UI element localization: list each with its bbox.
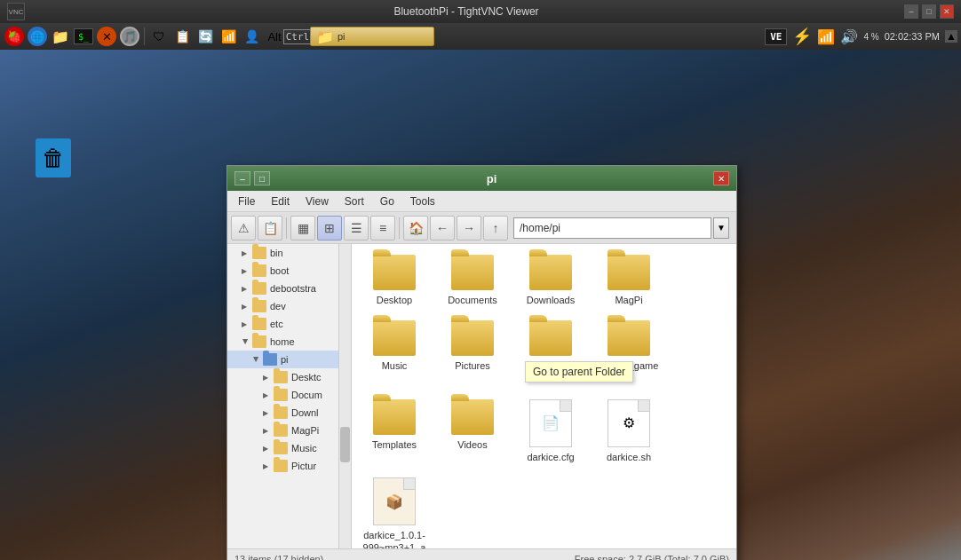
raspberry-icon[interactable]: 🍓 bbox=[4, 26, 25, 47]
trash-icon[interactable]: 🗑 bbox=[36, 138, 71, 177]
bin-folder-icon bbox=[252, 247, 266, 259]
toolbar-home-btn[interactable]: 🏠 bbox=[403, 216, 428, 241]
sidebar-item-pi[interactable]: ▶ pi bbox=[227, 351, 338, 368]
file-darkice-sh[interactable]: ⚙ darkice.sh bbox=[593, 396, 664, 467]
sidebar-pictures-label: Pictur bbox=[291, 461, 335, 471]
menu-file[interactable]: File bbox=[231, 193, 262, 209]
tb-icon7[interactable]: Ctrl bbox=[287, 26, 308, 47]
tb-icon3[interactable]: 🔄 bbox=[195, 26, 216, 47]
terminal-icon[interactable]: $_ bbox=[73, 26, 94, 47]
pictures-folder-large-icon bbox=[451, 320, 494, 356]
sidebar-item-dev[interactable]: ▶ dev bbox=[227, 297, 338, 315]
fm-minimize-button[interactable]: – bbox=[234, 171, 250, 185]
toolbar-list-btn[interactable]: ≡ bbox=[370, 216, 395, 241]
status-freespace: Free space: 2.7 GiB (Total: 7.0 GiB) bbox=[575, 554, 729, 561]
address-input[interactable] bbox=[513, 217, 711, 239]
downloads-label: Downloads bbox=[527, 294, 575, 306]
python-games-folder-large-icon bbox=[608, 320, 650, 356]
pi-folder-icon bbox=[263, 353, 277, 366]
folder-pictures[interactable]: Pictures bbox=[437, 317, 508, 389]
sidebar-item-boot[interactable]: ▶ boot bbox=[227, 262, 338, 280]
sidebar-desktop-label: Desktc bbox=[291, 372, 335, 383]
folder-documents[interactable]: Documents bbox=[437, 251, 508, 310]
sidebar-item-music[interactable]: ▶ Music bbox=[227, 439, 338, 457]
pi-folder-button[interactable]: 📁 pi bbox=[310, 27, 434, 46]
tb-icon6[interactable]: Alt bbox=[264, 26, 285, 47]
clock: 02:02:33 PM bbox=[885, 31, 940, 42]
vnc-close-button[interactable]: ✕ bbox=[940, 4, 954, 19]
videos-label: Videos bbox=[457, 438, 487, 451]
vnc-minimize-button[interactable]: – bbox=[904, 4, 918, 19]
magpi-folder-large-icon bbox=[608, 255, 650, 290]
sidebar-item-debootstrap[interactable]: ▶ debootstra bbox=[227, 280, 338, 297]
sidebar-home-label: home bbox=[270, 336, 335, 347]
fm-maximize-button[interactable]: □ bbox=[254, 171, 270, 185]
tb-icon1[interactable]: 🛡 bbox=[148, 26, 170, 47]
globe-icon[interactable]: 🌐 bbox=[27, 26, 48, 47]
toolbar-up-btn[interactable]: ↑ bbox=[483, 216, 508, 241]
music-folder-icon bbox=[274, 442, 288, 454]
vnc-logo: VNC bbox=[7, 3, 25, 20]
folder-templates[interactable]: Templates bbox=[359, 396, 430, 467]
sidebar-etc-label: etc bbox=[270, 319, 335, 329]
folder-downloads[interactable]: Downloads bbox=[515, 251, 586, 310]
sidebar-item-etc[interactable]: ▶ etc bbox=[227, 315, 338, 333]
toolbar-grid-btn[interactable]: ⊞ bbox=[317, 216, 342, 241]
vnc-window-controls: – □ ✕ bbox=[904, 4, 954, 19]
toolbar-grid2-btn[interactable]: ▦ bbox=[290, 216, 315, 241]
sidebar-scrollbar[interactable] bbox=[338, 244, 351, 548]
tb-icon2[interactable]: 📋 bbox=[171, 26, 193, 47]
scroll-up-icon[interactable]: ▲ bbox=[945, 30, 957, 43]
folder-magpi[interactable]: MagPi bbox=[593, 251, 664, 310]
sidebar-item-downloads[interactable]: ▶ Downl bbox=[227, 404, 338, 422]
toolbar-warning-btn[interactable]: ⚠ bbox=[231, 216, 256, 241]
folder-icon[interactable]: 📁 bbox=[50, 26, 71, 47]
templates-folder-large-icon bbox=[373, 399, 416, 435]
fm-close-button[interactable]: ✕ bbox=[713, 171, 729, 185]
sidebar-debootstrap-label: debootstra bbox=[270, 283, 335, 294]
file-darkice-deb[interactable]: 📦 darkice_1.0.1-999~mp3+1_armhf.... bbox=[359, 474, 430, 548]
menu-go[interactable]: Go bbox=[373, 193, 401, 209]
file-darkice-cfg[interactable]: 📄 darkice.cfg bbox=[515, 396, 586, 467]
tooltip-go-to-parent: Go to parent Folder bbox=[525, 361, 633, 383]
desktop-label: Desktop bbox=[377, 294, 412, 306]
sidebar-scroll-handle[interactable] bbox=[340, 427, 350, 462]
darkice-cfg-icon: 📄 bbox=[529, 399, 572, 447]
sidebar-item-documents[interactable]: ▶ Docum bbox=[227, 386, 338, 404]
math-icon[interactable]: ✕ bbox=[96, 26, 117, 47]
templates-label: Templates bbox=[372, 438, 417, 451]
fm-menubar: File Edit View Sort Go Tools bbox=[227, 191, 736, 212]
menu-edit[interactable]: Edit bbox=[264, 193, 297, 209]
toolbar-details-btn[interactable]: ☰ bbox=[344, 216, 369, 241]
vnc-title: BluetoothPi - TightVNC Viewer bbox=[28, 5, 904, 18]
menu-tools[interactable]: Tools bbox=[403, 193, 442, 209]
battery-label: 4 % bbox=[863, 32, 878, 42]
sidebar-item-pictures[interactable]: ▶ Pictur bbox=[227, 457, 338, 475]
menu-sort[interactable]: Sort bbox=[338, 193, 371, 209]
folder-desktop[interactable]: Desktop bbox=[359, 251, 430, 310]
tooltip-text: Go to parent Folder bbox=[533, 366, 625, 378]
toolbar-forward-btn[interactable]: → bbox=[457, 216, 481, 241]
audio-icon[interactable]: 🎵 bbox=[119, 26, 140, 47]
tb-icon4[interactable]: 📶 bbox=[218, 26, 239, 47]
sidebar-item-desktop[interactable]: ▶ Desktc bbox=[227, 368, 338, 386]
boot-folder-icon bbox=[252, 264, 266, 277]
folder-music[interactable]: Music bbox=[359, 317, 430, 389]
vnc-maximize-button[interactable]: □ bbox=[922, 4, 936, 19]
folder-videos[interactable]: Videos bbox=[437, 396, 508, 467]
bluetooth-icon: ⚡ bbox=[792, 27, 812, 46]
desktop-folder-icon bbox=[274, 371, 288, 383]
toolbar-view1-btn[interactable]: 📋 bbox=[258, 216, 282, 241]
address-dropdown[interactable]: ▼ bbox=[713, 217, 729, 239]
darkice-deb-label: darkice_1.0.1-999~mp3+1_armhf.... bbox=[362, 529, 426, 548]
tb-icon5[interactable]: 👤 bbox=[241, 26, 262, 47]
sidebar-bin-label: bin bbox=[270, 248, 335, 258]
battery-area: 4 % bbox=[863, 32, 878, 42]
menu-view[interactable]: View bbox=[298, 193, 336, 209]
sidebar-item-home[interactable]: ▶ home bbox=[227, 333, 338, 351]
fm-title: pi bbox=[270, 172, 713, 185]
darkice-sh-icon: ⚙ bbox=[608, 399, 650, 447]
sidebar-item-magpi[interactable]: ▶ MagPi bbox=[227, 422, 338, 439]
sidebar-item-bin[interactable]: ▶ bin bbox=[227, 244, 338, 262]
toolbar-back-btn[interactable]: ← bbox=[430, 216, 455, 241]
